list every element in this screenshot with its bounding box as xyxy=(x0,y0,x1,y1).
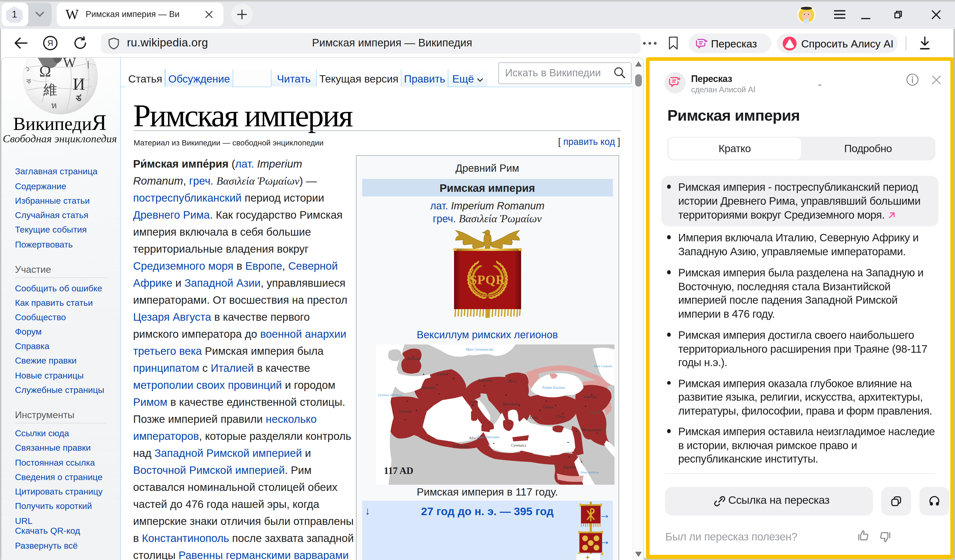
svg-text:Tripolitania: Tripolitania xyxy=(452,444,469,448)
svg-text:Mare Germanicum: Mare Germanicum xyxy=(465,347,493,351)
svg-text:Я: Я xyxy=(47,39,53,48)
svg-text:ห: ห xyxy=(51,101,57,110)
svg-text:Britannia: Britannia xyxy=(407,357,421,360)
svg-text:ཙ: ཙ xyxy=(75,94,81,106)
svg-text:W: W xyxy=(63,57,76,70)
svg-text:Aquitania: Aquitania xyxy=(420,385,435,389)
svg-text:Pannonia: Pannonia xyxy=(478,378,492,382)
svg-text:Mare Caspium: Mare Caspium xyxy=(593,364,612,368)
svg-text:Macedonia: Macedonia xyxy=(503,402,519,406)
svg-text:Armenia: Armenia xyxy=(583,395,596,399)
svg-text:117 AD: 117 AD xyxy=(384,465,413,476)
svg-text:ক: ক xyxy=(26,76,31,86)
svg-text:Ægyptus: Ægyptus xyxy=(563,465,576,469)
svg-text:Italia: Italia xyxy=(470,400,478,404)
svg-text:SPQR: SPQR xyxy=(470,272,505,287)
svg-text:И: И xyxy=(73,75,85,93)
svg-text:Cyrenaica: Cyrenaica xyxy=(511,443,526,447)
svg-text:Cilicia: Cilicia xyxy=(556,414,565,418)
svg-text:Mare Internum: Mare Internum xyxy=(477,435,499,439)
svg-text:Dacia: Dacia xyxy=(508,379,517,383)
svg-text:Mesopotamia: Mesopotamia xyxy=(581,428,601,432)
svg-text:Hispania: Hispania xyxy=(399,409,412,413)
svg-text:Lycia: Lycia xyxy=(530,415,538,419)
svg-text:維: 維 xyxy=(43,82,57,97)
svg-text:Gallia: Gallia xyxy=(437,372,446,376)
svg-text:Galatia: Galatia xyxy=(543,405,554,409)
svg-text:أ: أ xyxy=(87,61,89,70)
svg-text:Pontus Euxinus: Pontus Euxinus xyxy=(542,385,565,389)
svg-text:Oceanus Atlanticus: Oceanus Atlanticus xyxy=(378,393,402,396)
svg-text:Sinus Arabicus: Sinus Arabicus xyxy=(580,470,599,474)
svg-text:Ω: Ω xyxy=(39,62,51,80)
svg-text:Parthia: Parthia xyxy=(589,410,601,414)
